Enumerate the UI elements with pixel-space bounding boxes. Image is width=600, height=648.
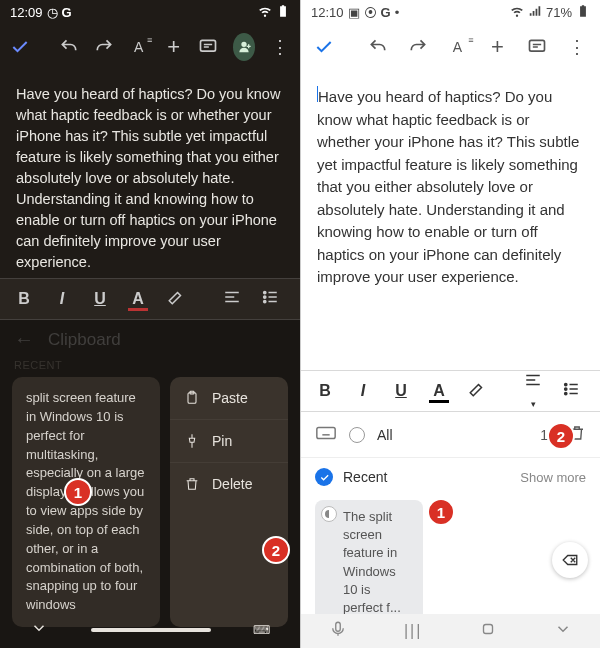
pin-label: Pin	[212, 433, 232, 449]
clipboard-item[interactable]: The split screen feature in Windows 10 i…	[315, 500, 423, 629]
comment-button[interactable]	[198, 34, 219, 60]
status-bar: 12:09 ◷ G	[0, 0, 300, 24]
back-icon[interactable]: ←	[14, 328, 34, 351]
nav-bar: ⌨	[0, 612, 300, 648]
recent-label: Recent	[343, 469, 387, 485]
paste-menu-item[interactable]: Paste	[170, 377, 288, 419]
home-nav[interactable]	[479, 620, 497, 642]
text-color-button[interactable]: A	[429, 382, 449, 400]
keyboard-icon[interactable]	[315, 422, 337, 447]
recents-nav[interactable]: |||	[404, 622, 422, 640]
svg-rect-10	[317, 428, 335, 439]
paste-label: Paste	[212, 390, 248, 406]
recent-label: RECENT	[0, 359, 300, 371]
svg-point-7	[565, 383, 567, 385]
status-bar: 12:10 ▣ ⦿ G • 71%	[301, 0, 600, 24]
italic-button[interactable]: I	[353, 382, 373, 400]
svg-point-1	[264, 291, 266, 293]
document-body[interactable]: Have you heard of haptics? Do you know w…	[301, 70, 600, 299]
bold-button[interactable]: B	[14, 290, 34, 308]
recent-check-icon	[315, 468, 333, 486]
more-button[interactable]: ⋮	[269, 34, 290, 60]
text-format-button[interactable]: A≡	[128, 34, 149, 60]
pin-menu-item[interactable]: Pin	[170, 419, 288, 462]
overlay-title: Clipboard	[48, 330, 121, 350]
dot-icon: •	[395, 5, 400, 20]
document-text: Have you heard of haptics? Do you know w…	[16, 86, 280, 270]
text-format-button[interactable]: A≡	[445, 34, 471, 60]
more-button[interactable]: ⋮	[564, 34, 590, 60]
list-button[interactable]	[561, 380, 581, 402]
show-more-link[interactable]: Show more	[520, 470, 586, 485]
svg-rect-11	[336, 622, 341, 631]
filter-all-label: All	[377, 427, 393, 443]
context-menu: Paste Pin Delete	[170, 377, 288, 627]
insert-button[interactable]: +	[484, 34, 510, 60]
svg-point-2	[264, 296, 266, 298]
battery-icon	[276, 4, 290, 21]
callout-1: 1	[427, 498, 455, 526]
select-half-icon[interactable]	[321, 506, 337, 522]
svg-rect-12	[484, 625, 493, 634]
format-bar: B I U A ▾	[301, 370, 600, 412]
editor-toolbar: A≡ + ⋮	[301, 24, 600, 70]
italic-button[interactable]: I	[52, 290, 72, 308]
underline-button[interactable]: U	[391, 382, 411, 400]
editor-toolbar: A≡ + ⋮	[0, 24, 300, 70]
status-time: 12:10	[311, 5, 344, 20]
recent-row[interactable]: Recent Show more	[301, 458, 600, 496]
backspace-fab[interactable]	[552, 542, 588, 578]
svg-point-3	[264, 300, 266, 302]
undo-button[interactable]	[59, 34, 80, 60]
align-button[interactable]: ▾	[523, 371, 543, 411]
document-body[interactable]: Have you heard of haptics? Do you know w…	[0, 70, 300, 283]
callout-2: 2	[262, 536, 290, 564]
callout-1: 1	[64, 478, 92, 506]
location-icon: ⦿	[364, 5, 377, 20]
wifi-icon	[258, 4, 272, 21]
signal-icon	[528, 4, 542, 21]
svg-point-9	[565, 392, 567, 394]
back-nav[interactable]	[554, 620, 572, 642]
battery-icon	[576, 4, 590, 21]
comment-button[interactable]	[524, 34, 550, 60]
battery-pct: 71%	[546, 5, 572, 20]
nav-bar: |||	[301, 614, 600, 648]
google-icon: G	[381, 5, 391, 20]
phone-light: 12:10 ▣ ⦿ G • 71% A≡ + ⋮ Have you heard …	[300, 0, 600, 648]
mic-icon[interactable]	[329, 620, 347, 642]
svg-rect-0	[201, 40, 216, 51]
svg-rect-6	[530, 40, 545, 51]
highlight-button[interactable]	[166, 288, 186, 310]
confirm-button[interactable]	[10, 34, 31, 60]
highlight-button[interactable]	[467, 380, 487, 402]
confirm-button[interactable]	[311, 34, 337, 60]
document-text: Have you heard of haptics? Do you know w…	[317, 88, 579, 285]
bold-button[interactable]: B	[315, 382, 335, 400]
redo-button[interactable]	[94, 34, 115, 60]
image-icon: ▣	[348, 5, 360, 20]
keyboard-icon[interactable]: ⌨	[253, 623, 270, 637]
google-icon: G	[62, 5, 72, 20]
text-color-button[interactable]: A	[128, 290, 148, 308]
callout-2: 2	[547, 422, 575, 450]
redo-button[interactable]	[405, 34, 431, 60]
home-pill[interactable]	[91, 628, 211, 632]
svg-point-8	[565, 388, 567, 390]
format-bar: B I U A	[0, 278, 300, 320]
list-button[interactable]	[260, 288, 280, 310]
delete-label: Delete	[212, 476, 252, 492]
insert-button[interactable]: +	[163, 34, 184, 60]
align-button[interactable]	[222, 288, 242, 310]
delete-menu-item[interactable]: Delete	[170, 462, 288, 505]
clipboard-overlay: ← Clipboard RECENT split screen feature …	[0, 320, 300, 648]
clipboard-text: The split screen feature in Windows 10 i…	[343, 508, 413, 617]
status-time: 12:09	[10, 5, 43, 20]
filter-all-radio[interactable]	[349, 427, 365, 443]
phone-dark: 12:09 ◷ G A≡ + ⋮ Have you heard of hapti…	[0, 0, 300, 648]
underline-button[interactable]: U	[90, 290, 110, 308]
undo-button[interactable]	[365, 34, 391, 60]
collapse-icon[interactable]	[30, 619, 48, 641]
share-button[interactable]	[233, 33, 255, 61]
clock-icon: ◷	[47, 5, 58, 20]
